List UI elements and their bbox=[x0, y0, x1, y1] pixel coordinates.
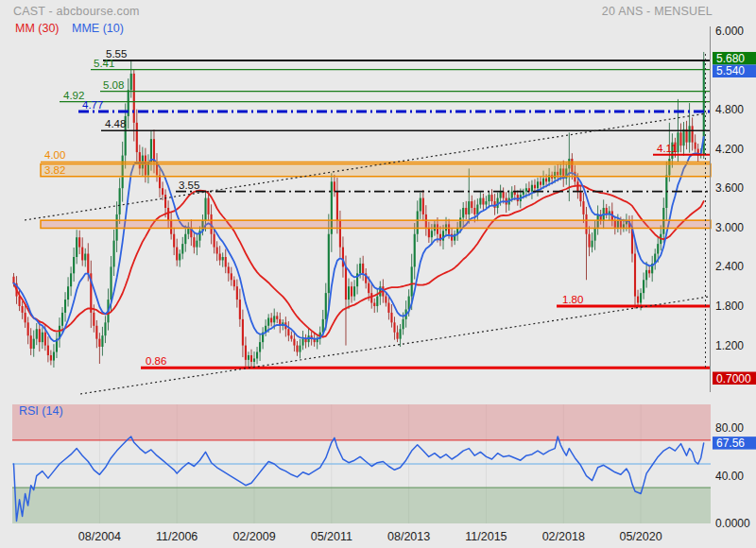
candle-body bbox=[287, 329, 289, 335]
y-axis-tick: 6.000 bbox=[715, 25, 744, 38]
candle-body bbox=[490, 195, 492, 201]
candle-body bbox=[259, 342, 261, 351]
candle-body bbox=[431, 231, 433, 237]
candle-body bbox=[231, 273, 232, 280]
price-zone bbox=[41, 164, 711, 177]
candle-body bbox=[542, 179, 544, 185]
candle-body bbox=[488, 195, 490, 201]
candle-body bbox=[637, 297, 639, 303]
candle-body bbox=[525, 188, 527, 191]
candle-body bbox=[368, 283, 369, 293]
candle-body bbox=[485, 201, 487, 204]
candle-body bbox=[534, 185, 536, 188]
candle-body bbox=[682, 129, 684, 146]
candle-body bbox=[184, 234, 186, 244]
candle-body bbox=[84, 254, 86, 261]
candle-body bbox=[98, 339, 100, 347]
level-label: 5.08 bbox=[103, 79, 124, 91]
y-axis-tick: 3.600 bbox=[715, 181, 744, 195]
candle-body bbox=[370, 293, 372, 302]
x-axis-label: 11/2006 bbox=[156, 530, 198, 543]
candle-body bbox=[181, 244, 183, 253]
candle-body bbox=[468, 201, 470, 214]
candle-body bbox=[47, 346, 49, 355]
candle-body bbox=[290, 335, 292, 338]
y-axis-tick: 4.200 bbox=[715, 143, 744, 156]
candle-body bbox=[30, 335, 32, 349]
candle-body bbox=[325, 293, 327, 319]
candle-body bbox=[242, 319, 244, 346]
rsi-axis-tick: 40.00 bbox=[715, 470, 744, 483]
candle-body bbox=[228, 266, 230, 273]
candle-body bbox=[390, 313, 392, 322]
candle-body bbox=[473, 208, 475, 214]
candle-body bbox=[245, 346, 247, 360]
candle-body bbox=[689, 126, 691, 142]
candle-body bbox=[207, 198, 209, 214]
candle-body bbox=[540, 181, 541, 184]
candle-body bbox=[44, 333, 46, 346]
candle-body bbox=[110, 266, 112, 300]
x-axis-label: 11/2015 bbox=[465, 530, 507, 543]
price-badge-label: 0.7000 bbox=[716, 372, 751, 385]
candle-body bbox=[42, 333, 43, 342]
candle-body bbox=[393, 322, 395, 332]
candle-body bbox=[657, 244, 659, 253]
stock-chart-canvas[interactable]: 3.825.555.415.084.924.774.484.114.003.55… bbox=[0, 0, 756, 548]
level-label: 5.41 bbox=[94, 58, 114, 69]
candle-body bbox=[299, 346, 301, 352]
candle-body bbox=[328, 234, 330, 293]
candle-body bbox=[167, 208, 169, 221]
trendline bbox=[80, 297, 709, 394]
x-axis-label: 05/2020 bbox=[619, 530, 662, 543]
candle-body bbox=[403, 319, 404, 329]
candle-body bbox=[87, 254, 89, 274]
price-badge-label: 5.680 bbox=[716, 52, 745, 65]
candle-body bbox=[411, 266, 413, 296]
candle-body bbox=[428, 228, 430, 237]
candle-body bbox=[61, 313, 63, 326]
x-axis-label: 05/2011 bbox=[311, 530, 352, 543]
candle-body bbox=[196, 241, 198, 248]
candle-body bbox=[643, 280, 644, 293]
candle-body bbox=[479, 198, 481, 205]
rsi-overbought-zone bbox=[12, 404, 711, 440]
candle-body bbox=[476, 205, 478, 214]
candle-body bbox=[500, 192, 502, 198]
candle-body bbox=[70, 273, 72, 286]
candle-body bbox=[482, 198, 484, 205]
x-axis-label: 02/2018 bbox=[542, 530, 585, 543]
candle-body bbox=[256, 352, 258, 359]
candle-body bbox=[204, 198, 206, 221]
candle-body bbox=[93, 313, 94, 326]
y-axis-tick: 1.200 bbox=[715, 339, 744, 352]
candle-body bbox=[387, 303, 389, 313]
candle-body bbox=[76, 237, 77, 257]
candle-body bbox=[130, 74, 132, 90]
x-axis-label: 02/2009 bbox=[232, 530, 275, 543]
level-label: 3.55 bbox=[179, 180, 199, 191]
chart-window: CAST - abcbourse.com 20 ANS - MENSUEL MM… bbox=[0, 0, 756, 548]
candle-body bbox=[420, 198, 421, 212]
level-label: 4.11 bbox=[657, 143, 678, 154]
candle-body bbox=[679, 132, 681, 146]
candle-body bbox=[471, 201, 472, 208]
candle-body bbox=[648, 270, 650, 273]
candle-body bbox=[373, 303, 375, 306]
candle-body bbox=[214, 234, 215, 248]
candle-body bbox=[462, 208, 464, 217]
candle-body bbox=[273, 316, 275, 322]
level-label: 1.80 bbox=[562, 294, 583, 305]
candle-body bbox=[634, 254, 636, 297]
candle-body bbox=[465, 208, 467, 214]
candle-body bbox=[342, 248, 344, 267]
rsi-axis-tick: 0.0000 bbox=[715, 517, 750, 530]
candle-body bbox=[164, 195, 166, 208]
candle-body bbox=[296, 346, 298, 352]
candle-body bbox=[345, 266, 347, 300]
candle-body bbox=[351, 286, 352, 296]
zone-label: 3.82 bbox=[44, 164, 65, 176]
candle-body bbox=[385, 297, 387, 303]
level-label: 4.48 bbox=[105, 118, 126, 129]
candle-body bbox=[176, 248, 178, 261]
